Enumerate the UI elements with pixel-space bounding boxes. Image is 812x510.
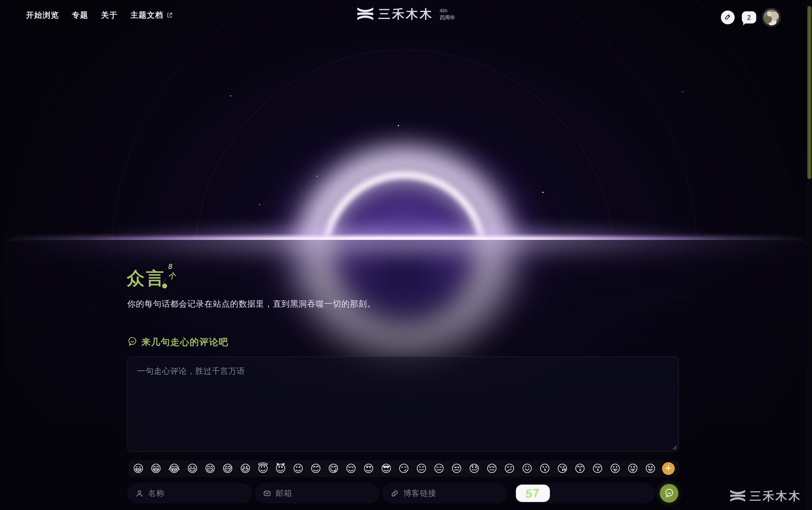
comment-prompt: 来几句走心的评论吧 (127, 336, 228, 348)
captcha-code: 57 (526, 486, 540, 501)
emoji[interactable]: 😕 (504, 463, 515, 474)
brand-mark-icon (730, 489, 746, 503)
emoji[interactable]: 😑 (434, 463, 445, 474)
emoji[interactable]: 😈 (275, 463, 286, 474)
emoji[interactable]: 😌 (346, 463, 356, 474)
footer-logo: 三禾木木 (730, 488, 802, 504)
emoji-toolbar: 😀😁😂😃😄😅😆😇😈😉😊😋😌😍😎😏😐😑😒😓😔😕😖😗😘😙😚😛😜😝 + (128, 460, 679, 477)
external-link-icon (166, 12, 173, 19)
nav-item-browse[interactable]: 开始浏览 (26, 10, 59, 21)
chat-bubble-smile-icon (127, 336, 137, 348)
comment-prompt-label: 来几句走心的评论吧 (141, 336, 228, 348)
anniversary-badge: 4th 四周年 (440, 7, 456, 21)
write-post-button[interactable] (721, 10, 735, 24)
emoji[interactable]: 😖 (522, 463, 533, 474)
anniversary-year: 4th (440, 7, 456, 15)
link-icon (390, 489, 399, 498)
emoji[interactable]: 😆 (240, 463, 251, 474)
captcha-input[interactable] (554, 489, 651, 498)
emoji[interactable]: 😁 (150, 463, 162, 474)
section-title: 众言 8个 (127, 266, 166, 290)
user-avatar[interactable] (763, 9, 779, 25)
nav-item-label: 关于 (101, 10, 118, 21)
emoji[interactable]: 😅 (222, 463, 233, 474)
emoji[interactable]: 😗 (539, 463, 550, 474)
name-field[interactable] (127, 483, 252, 503)
emoji[interactable]: 😝 (645, 463, 656, 474)
mail-icon (263, 489, 271, 498)
textarea-resize-grip[interactable] (672, 445, 677, 450)
name-input[interactable] (148, 489, 244, 498)
section-title-text: 众言 (127, 268, 166, 288)
scrollbar-thumb[interactable] (807, 6, 811, 179)
nav-item-about[interactable]: 关于 (101, 10, 118, 21)
add-emoji-button[interactable]: + (662, 462, 675, 475)
nav-item-theme-docs[interactable]: 主题文档 (130, 10, 173, 21)
emoji[interactable]: 😀 (133, 463, 144, 474)
emoji[interactable]: 😔 (486, 463, 497, 474)
brand-mark-icon (357, 7, 374, 22)
footer-brand-name: 三禾木木 (750, 488, 802, 504)
nav-item-label: 专题 (72, 10, 88, 21)
scrollbar-track[interactable] (807, 0, 812, 510)
emoji[interactable]: 😂 (168, 463, 180, 474)
emoji[interactable]: 😄 (205, 463, 216, 474)
blog-link-field[interactable] (382, 483, 507, 503)
emoji[interactable]: 😒 (451, 463, 462, 474)
emoji[interactable]: 😙 (575, 463, 585, 474)
email-input[interactable] (276, 489, 371, 498)
main-nav: 开始浏览 专题 关于 主题文档 (26, 10, 173, 21)
emoji[interactable]: 😇 (257, 463, 268, 474)
captcha-image[interactable]: 57 (516, 485, 550, 502)
top-navigation-bar: 开始浏览 专题 关于 主题文档 三禾木木 4th 四周年 (0, 0, 812, 33)
chat-bubble-smile-icon (664, 488, 674, 499)
emoji[interactable]: 😉 (293, 463, 304, 474)
emoji[interactable]: 😎 (381, 463, 392, 474)
message-count: 2 (747, 13, 751, 22)
anniversary-text: 四周年 (440, 15, 456, 21)
emoji[interactable]: 😐 (416, 463, 427, 474)
comments-section-panel: 众言 8个 你的每句话都会记录在站点的数据里，直到黑洞吞噬一切的那刻。 来几句走… (4, 240, 807, 510)
message-count-badge[interactable]: 2 (742, 11, 756, 24)
title-dot (162, 283, 167, 288)
user-icon (135, 489, 144, 498)
brand-name: 三禾木木 (378, 6, 434, 22)
section-description: 你的每句话都会记录在站点的数据里，直到黑洞吞噬一切的那刻。 (127, 299, 376, 310)
comment-textarea[interactable] (127, 357, 679, 452)
emoji-list: 😀😁😂😃😄😅😆😇😈😉😊😋😌😍😎😏😐😑😒😓😔😕😖😗😘😙😚😛😜😝 (133, 463, 656, 474)
pencil-icon (724, 13, 731, 22)
emoji[interactable]: 😓 (469, 463, 480, 474)
emoji[interactable]: 😘 (557, 463, 568, 474)
topbar-actions: 2 (721, 9, 779, 25)
email-field[interactable] (255, 483, 379, 503)
emoji[interactable]: 😜 (627, 463, 638, 474)
blog-link-input[interactable] (403, 489, 499, 498)
emoji[interactable]: 😚 (592, 463, 603, 474)
nav-item-topics[interactable]: 专题 (72, 10, 88, 21)
captcha-field[interactable]: 57 (514, 483, 655, 503)
nav-item-label: 开始浏览 (26, 10, 59, 21)
nav-item-label: 主题文档 (130, 10, 164, 21)
emoji[interactable]: 😃 (187, 463, 198, 474)
emoji[interactable]: 😍 (363, 463, 374, 474)
emoji[interactable]: 😊 (310, 463, 321, 474)
submit-comment-button[interactable] (660, 484, 678, 503)
site-logo[interactable]: 三禾木木 4th 四周年 (357, 6, 456, 22)
star (682, 91, 683, 92)
emoji[interactable]: 😛 (610, 463, 620, 474)
comment-count-badge: 8个 (168, 262, 176, 281)
emoji[interactable]: 😏 (398, 463, 409, 474)
emoji[interactable]: 😋 (328, 463, 339, 474)
